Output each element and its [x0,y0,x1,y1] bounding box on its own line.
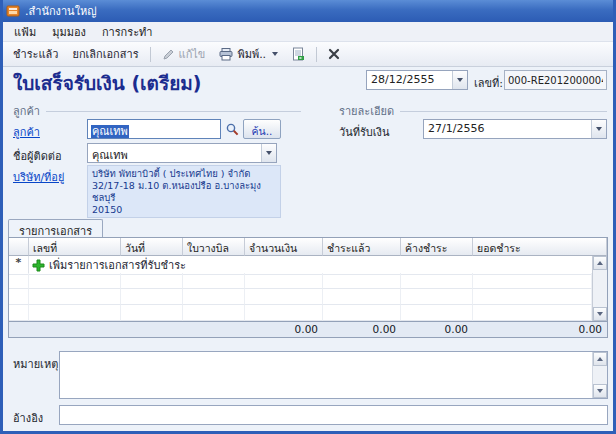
menu-action[interactable]: การกระทำ [94,21,161,43]
form-area: ใบเสร็จรับเงิน (เตรียม) 28/12/2555 เลขที… [3,67,613,431]
company-address-panel: บริษัท พัทยาบิวตี้ ( ประเทศไทย ) จำกัด 3… [87,165,281,218]
chevron-down-icon[interactable] [261,144,276,162]
scroll-down-icon[interactable] [593,307,607,321]
address-line: 32/17-18 ม.10 ต.หนองปรือ อ.บางละมุง ชลบุ… [92,180,276,204]
details-group-header: รายละเอียด [339,102,607,120]
receive-date-label: วันที่รับเงิน [339,123,390,141]
grid-empty-row [9,273,592,289]
note-input[interactable] [59,351,608,399]
grid-header-indicator [9,238,29,256]
grid-header-amount[interactable]: จำนวนเงิน [245,238,323,256]
delete-button[interactable] [321,45,347,63]
grid-header-billing-note[interactable]: ใบวางบิล [183,238,245,256]
tab-document-list[interactable]: รายการเอกสาร [8,219,103,238]
divider [46,111,301,112]
grid-header-paid[interactable]: ชำระแล้ว [323,238,401,256]
app-icon [6,4,20,18]
address-line: บริษัท พัทยาบิวตี้ ( ประเทศไทย ) จำกัด [92,168,276,180]
grid-header-payment[interactable]: ยอดชำระ [473,238,607,256]
toolbar-separator [316,47,317,62]
customer-value-selected: คุณเทพ [91,125,129,138]
app-window: .สำนักงานใหญ่ แฟ้ม มุมมอง การกระทำ ชำระแ… [0,0,616,434]
customer-link-label[interactable]: ลูกค้า [13,123,40,141]
titlebar[interactable]: .สำนักงานใหญ่ [3,0,613,22]
add-icon[interactable] [32,259,45,272]
edit-icon [162,48,175,61]
delete-icon [328,48,340,60]
total-payment: 0.00 [473,322,607,337]
grid-empty-row [9,289,592,305]
menu-file[interactable]: แฟ้ม [6,21,44,43]
grid-scrollbar[interactable] [592,256,607,321]
reference-input[interactable] [59,405,608,425]
scroll-up-icon[interactable] [593,256,607,270]
contact-select[interactable]: คุณเทพ [87,143,277,163]
document-date-picker[interactable]: 28/12/2555 [366,70,468,90]
menu-view[interactable]: มุมมอง [44,21,94,43]
grid-header-row: เลขที่ วันที่ ใบวางบิล จำนวนเงิน ชำระแล้… [9,238,607,256]
address-line: 20150 [92,204,276,216]
cancel-document-button[interactable]: ยกเลิกเอกสาร [65,42,145,66]
total-outstanding: 0.00 [401,322,473,337]
grid-totals-row: 0.00 0.00 0.00 0.00 [9,321,607,337]
scrollbar-track[interactable] [593,270,607,307]
paid-button[interactable]: ชำระแล้ว [6,42,65,66]
document-grid: เลขที่ วันที่ ใบวางบิล จำนวนเงิน ชำระแล้… [8,237,608,338]
toolbar-separator [150,47,151,62]
chevron-down-icon[interactable] [452,71,467,89]
window-title: .สำนักงานใหญ่ [25,2,97,20]
grid-header-outstanding[interactable]: ค้างชำระ [401,238,473,256]
search-button[interactable]: ค้น.. [243,119,281,139]
total-amount: 0.00 [245,322,323,337]
total-paid: 0.00 [323,322,401,337]
menubar: แฟ้ม มุมมอง การกระทำ [3,22,613,42]
grid-header-number[interactable]: เลขที่ [29,238,121,256]
customer-group-header: ลูกค้า [13,102,301,120]
scroll-up-icon[interactable] [593,352,607,366]
contact-value: คุณเทพ [88,144,261,162]
document-number-field[interactable] [504,70,607,90]
divider [400,111,607,112]
chevron-down-icon [272,52,278,56]
customer-input[interactable]: คุณเทพ [87,119,221,139]
print-icon [219,48,233,61]
edit-button[interactable]: แก้ไข [155,42,213,66]
reference-label: อ้างอิง [13,409,43,427]
scroll-down-icon[interactable] [593,384,607,398]
note-label: หมายเหตุ [13,355,58,373]
toolbar: ชำระแล้ว ยกเลิกเอกสาร แก้ไข พิมพ์.. [3,42,613,67]
grid-empty-row [9,305,592,321]
page-title: ใบเสร็จรับเงิน (เตรียม) [13,68,201,98]
chevron-down-icon[interactable] [591,120,606,138]
add-row-label[interactable]: เพิ่มรายการเอกสารที่รับชำระ [49,256,186,274]
grid-add-row[interactable]: * เพิ่มรายการเอกสารที่รับชำระ [9,256,592,273]
company-address-link-label[interactable]: บริษัท/ที่อยู่ [13,168,64,186]
document-number-label: เลขที่: [474,74,503,92]
receive-date-value: 27/1/2556 [424,120,591,138]
scrollbar-track[interactable] [593,366,607,384]
print-button[interactable]: พิมพ์.. [212,42,285,66]
export-icon [292,47,305,61]
lookup-icon[interactable] [225,122,239,136]
grid-header-date[interactable]: วันที่ [121,238,183,256]
contact-label: ชื่อผู้ติดต่อ [13,147,62,165]
receive-date-picker[interactable]: 27/1/2556 [423,119,607,139]
note-scrollbar[interactable] [592,352,607,398]
document-date-value: 28/12/2555 [367,71,452,89]
address-line: Tel: 081-1747300 [92,216,276,218]
export-button[interactable] [285,44,312,64]
